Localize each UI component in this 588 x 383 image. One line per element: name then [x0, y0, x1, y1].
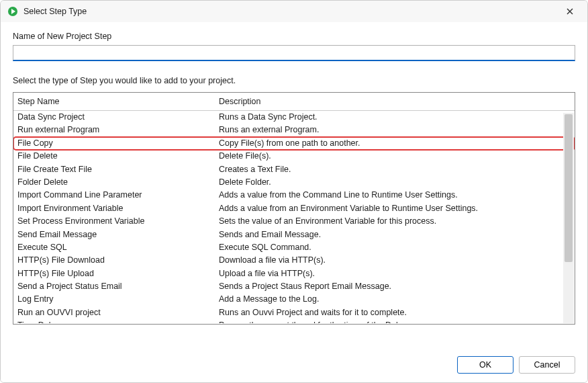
dialog-footer: OK Cancel — [1, 347, 587, 382]
table-body[interactable]: Data Sync ProjectRuns a Data Sync Projec… — [13, 111, 575, 323]
cell-step-name: Time Delay — [13, 319, 215, 323]
table-row[interactable]: Data Sync ProjectRuns a Data Sync Projec… — [13, 111, 575, 124]
cell-step-description: Delete File(s). — [215, 150, 575, 163]
table-row[interactable]: Execute SQLExecute SQL Command. — [13, 241, 575, 254]
cell-step-description: Runs an external Program. — [215, 124, 575, 136]
table-row[interactable]: Log EntryAdd a Message to the Log. — [13, 293, 575, 306]
cell-step-name: Set Process Environment Variable — [13, 215, 215, 228]
ok-button[interactable]: OK — [457, 356, 513, 374]
cell-step-name: HTTP(s) File Download — [13, 254, 215, 267]
cell-step-description: Sets the value of an Environment Variabl… — [215, 215, 575, 228]
table-row[interactable]: Import Command Line ParameterAdds a valu… — [13, 189, 575, 202]
table-row[interactable]: Send Email MessageSends and Email Messag… — [13, 228, 575, 241]
cell-step-description: Runs an Ouvvi Project and waits for it t… — [215, 306, 575, 319]
cell-step-description: Upload a file via HTTP(s). — [215, 267, 575, 280]
cell-step-name: Data Sync Project — [13, 111, 215, 124]
table-row[interactable]: File CopyCopy File(s) from one path to a… — [13, 137, 575, 150]
cell-step-description: Sends and Email Message. — [215, 228, 575, 241]
cell-step-description: Sends a Project Staus Report Email Messa… — [215, 280, 575, 293]
table-row[interactable]: Folder DeleteDelete Folder. — [13, 176, 575, 189]
cell-step-description: Add a Message to the Log. — [215, 293, 575, 306]
instruction-text: Select the type of Step you would like t… — [13, 76, 575, 85]
table-row[interactable]: Time DelayPauses the current thread for … — [13, 319, 575, 323]
table-row[interactable]: Send a Project Status EmailSends a Proje… — [13, 280, 575, 293]
cell-step-name: File Copy — [13, 137, 215, 150]
column-header-name[interactable]: Step Name — [13, 93, 215, 110]
table-row[interactable]: HTTP(s) File DownloadDownload a file via… — [13, 254, 575, 267]
scrollbar[interactable] — [563, 113, 574, 323]
cell-step-name: Import Command Line Parameter — [13, 189, 215, 202]
cell-step-description: Adds a value from the Command Line to Ru… — [215, 189, 575, 202]
cell-step-description: Download a file via HTTP(s). — [215, 254, 575, 267]
title-bar: Select Step Type — [1, 1, 587, 22]
table-row[interactable]: Import Environment VariableAdds a value … — [13, 202, 575, 215]
cell-step-name: File Delete — [13, 150, 215, 163]
table-row[interactable]: Run an OUVVI projectRuns an Ouvvi Projec… — [13, 306, 575, 319]
cell-step-name: Send Email Message — [13, 228, 215, 241]
column-header-description[interactable]: Description — [215, 93, 575, 110]
cell-step-name: Run external Program — [13, 124, 215, 136]
cell-step-name: Run an OUVVI project — [13, 306, 215, 319]
cell-step-description: Execute SQL Command. — [215, 241, 575, 254]
table-header: Step Name Description — [13, 93, 575, 111]
close-button[interactable] — [559, 3, 581, 19]
table-row[interactable]: File Create Text FileCreates a Text File… — [13, 163, 575, 176]
table-row[interactable]: HTTP(s) File UploadUpload a file via HTT… — [13, 267, 575, 280]
cell-step-name: File Create Text File — [13, 163, 215, 176]
step-name-input[interactable] — [13, 45, 575, 61]
app-icon — [7, 6, 18, 17]
table-row[interactable]: Run external ProgramRuns an external Pro… — [13, 124, 575, 136]
cell-step-description: Runs a Data Sync Project. — [215, 111, 575, 124]
name-field-label: Name of New Project Step — [13, 32, 575, 41]
cell-step-name: Execute SQL — [13, 241, 215, 254]
scrollbar-thumb[interactable] — [565, 114, 573, 262]
cell-step-name: Folder Delete — [13, 176, 215, 189]
cell-step-description: Creates a Text File. — [215, 163, 575, 176]
cell-step-description: Delete Folder. — [215, 176, 575, 189]
table-row[interactable]: File DeleteDelete File(s). — [13, 150, 575, 163]
cell-step-name: HTTP(s) File Upload — [13, 267, 215, 280]
cell-step-name: Send a Project Status Email — [13, 280, 215, 293]
step-type-table: Step Name Description Data Sync ProjectR… — [13, 92, 575, 325]
cell-step-description: Adds a value from an Environment Variabl… — [215, 202, 575, 215]
cell-step-name: Import Environment Variable — [13, 202, 215, 215]
cell-step-description: Pauses the current thread for the time o… — [215, 319, 575, 323]
window-title: Select Step Type — [23, 7, 559, 16]
cancel-button[interactable]: Cancel — [519, 356, 575, 374]
dialog-content: Name of New Project Step Select the type… — [1, 22, 587, 325]
cell-step-description: Copy File(s) from one path to another. — [215, 137, 575, 150]
table-row[interactable]: Set Process Environment VariableSets the… — [13, 215, 575, 228]
cell-step-name: Log Entry — [13, 293, 215, 306]
